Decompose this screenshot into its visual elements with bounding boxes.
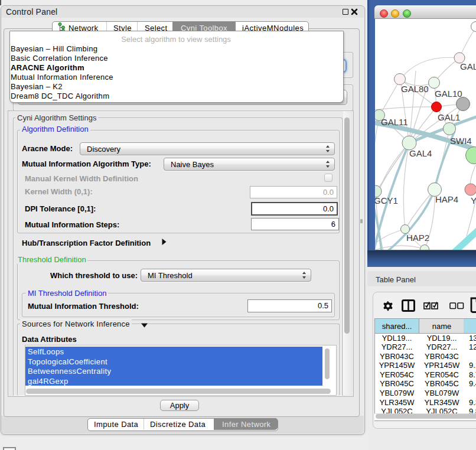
svg-text:GAL10: GAL10 — [435, 89, 462, 99]
svg-text:GCY1: GCY1 — [375, 195, 398, 206]
svg-text:GAL7: GAL7 — [460, 61, 476, 71]
svg-text:Y: Y — [471, 195, 476, 206]
svg-text:SWI4: SWI4 — [450, 136, 472, 146]
svg-text:HAP4: HAP4 — [435, 194, 458, 204]
svg-text:GAL11: GAL11 — [381, 117, 408, 127]
svg-text:GAL80: GAL80 — [401, 84, 429, 94]
svg-text:GAL1: GAL1 — [438, 112, 460, 122]
svg-text:HAP2: HAP2 — [406, 233, 429, 243]
svg-text:GAL4: GAL4 — [409, 148, 432, 158]
